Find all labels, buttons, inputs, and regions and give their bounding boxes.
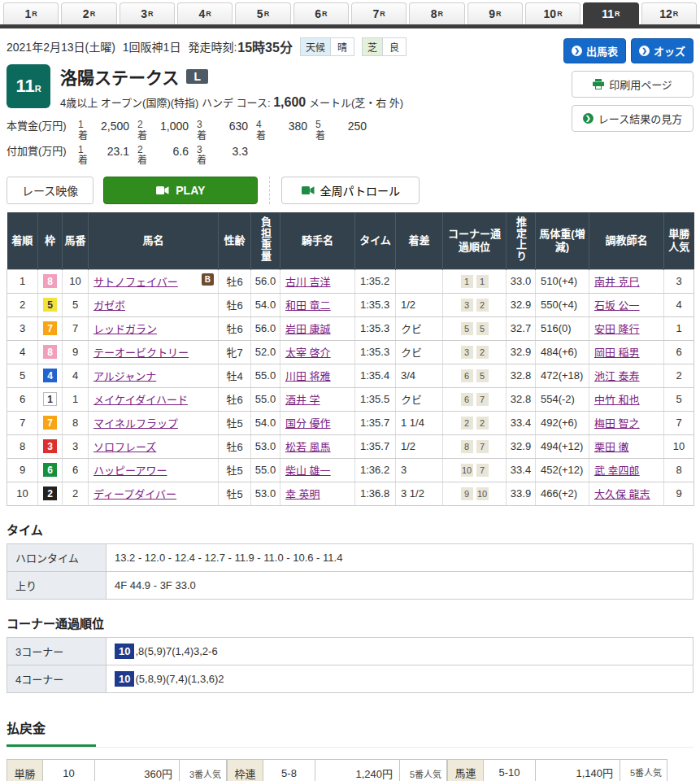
cell-sex-age: 牡6 [219, 316, 251, 340]
tab-5r[interactable]: 5R [235, 2, 290, 24]
corner-row: 4コーナー10(5,8,9)(7,4)(1,3,6)2 [7, 665, 693, 692]
trainer-link[interactable]: 安田 隆行 [594, 323, 640, 335]
payout-row: 単勝10360円3番人気 [7, 759, 227, 781]
cell-horse: メイケイダイハード [89, 387, 219, 411]
cell-horse-weight: 510(+4) [536, 269, 589, 293]
tab-12r[interactable]: 12R [641, 2, 697, 24]
jockey-link[interactable]: 柴山 雄一 [285, 465, 331, 477]
horse-link[interactable]: ハッピーアワー [93, 465, 167, 477]
trainer-link[interactable]: 梅田 智之 [594, 417, 640, 430]
tab-2r[interactable]: 2R [61, 2, 116, 24]
payout-table-wakuren-wide: 枠連5-81,240円5番人気ワイド5-10370円5番人気7-10180円1番… [227, 759, 447, 781]
cell-favorite: 7 [664, 411, 694, 434]
jockey-link[interactable]: 古川 吉洋 [285, 276, 331, 288]
cell-trainer: 池江 泰寿 [589, 364, 664, 387]
tab-1r[interactable]: 1R [3, 2, 59, 24]
cell-load: 52.0 [251, 340, 280, 364]
print-button[interactable]: 印刷用ページ [572, 71, 693, 98]
tab-number: 6 [315, 7, 321, 20]
result-row: 966ハッピーアワー牡555.0柴山 雄一1:36.2310733.4452(+… [7, 458, 694, 482]
tab-r-suffix: R [496, 10, 502, 18]
cell-corners: 32 [443, 340, 507, 364]
tab-4r[interactable]: 4R [177, 2, 233, 24]
jockey-link[interactable]: 国分 優作 [285, 417, 331, 430]
corner-position-badge: 2 [461, 417, 473, 430]
result-row: 255ガゼボ牡654.0和田 竜二1:35.31/23232.9550(+4)石… [7, 293, 694, 316]
trainer-link[interactable]: 石坂 公一 [594, 299, 640, 312]
cell-corners: 65 [443, 364, 507, 387]
video-row: レース映像 PLAY 全周パトロール [7, 177, 563, 204]
corner-heading: コーナー通過順位 [7, 614, 693, 631]
trainer-link[interactable]: 栗田 徹 [594, 441, 629, 453]
tab-6r[interactable]: 6R [293, 2, 349, 24]
corner-position-badge: 6 [461, 369, 473, 382]
patrol-button[interactable]: 全周パトロール [281, 177, 420, 204]
start-time-value: 15時35分 [237, 37, 293, 56]
cell-sex-age: 牡6 [219, 293, 251, 316]
odds-button[interactable]: ❯ オッズ [631, 38, 693, 63]
cell-last3f: 32.9 [507, 434, 536, 458]
cell-load: 54.0 [251, 293, 280, 316]
jockey-link[interactable]: 松若 風馬 [285, 441, 331, 453]
tab-11r[interactable]: 11R [583, 2, 638, 24]
horse-link[interactable]: メイケイダイハード [93, 394, 188, 406]
trainer-link[interactable]: 武 幸四郎 [594, 465, 640, 477]
payout-heading-wrap: 払戻金 [7, 718, 693, 748]
prize-rank: 3着 [197, 145, 211, 168]
jockey-link[interactable]: 太宰 啓介 [285, 347, 331, 359]
jockey-link[interactable]: 川田 将雅 [285, 370, 331, 382]
prize-section: 本賞金(万円) 1着2,5002着1,0003着6304着3805着250 付加… [7, 120, 563, 167]
trainer-link[interactable]: 大久保 龍志 [594, 488, 650, 500]
horse-link[interactable]: ガゼボ [93, 299, 125, 312]
tab-9r[interactable]: 9R [467, 2, 523, 24]
tab-8r[interactable]: 8R [409, 2, 464, 24]
cell-margin: クビ [396, 316, 443, 340]
horse-link[interactable]: ソロフレーズ [93, 441, 156, 453]
cell-favorite: 8 [664, 458, 694, 482]
shutsuba-button[interactable]: ❯ 出馬表 [563, 38, 626, 63]
jockey-link[interactable]: 岩田 康誠 [285, 323, 331, 335]
cell-jockey: 国分 優作 [280, 411, 355, 434]
tab-7r[interactable]: 7R [351, 2, 407, 24]
play-button[interactable]: PLAY [103, 177, 258, 204]
tab-3r[interactable]: 3R [120, 2, 175, 24]
trainer-link[interactable]: 池江 泰寿 [594, 370, 640, 382]
race-conditions: 4歳以上 オープン(国際)(特指) ハンデ コース: 1,600 メートル(芝・… [60, 94, 403, 110]
horse-link[interactable]: マイネルフラップ [93, 417, 178, 430]
horse-link[interactable]: サトノフェイバー [93, 276, 178, 288]
corner-table: 3コーナー10,8(5,9)7(1,4)3,2-64コーナー10(5,8,9)(… [7, 637, 693, 693]
cell-load: 54.0 [251, 411, 280, 434]
cell-horse: アルジャンナ [89, 364, 219, 387]
prize-value: 2,500 [92, 120, 137, 142]
tab-10r[interactable]: 10R [525, 2, 580, 24]
cell-time: 1:35.3 [355, 293, 396, 316]
cell-number: 5 [63, 293, 89, 316]
horse-link[interactable]: レッドガラン [93, 323, 157, 335]
tab-number: 9 [489, 7, 495, 20]
guide-button[interactable]: ❯ レース結果の見方 [572, 105, 693, 132]
payout-type: 枠連 [228, 759, 263, 781]
payout-popularity: 5番人気 [400, 759, 447, 781]
col-header-horse-weight: 馬体重(増減) [536, 212, 589, 269]
meeting-info: 1回阪神1日 [123, 38, 181, 55]
cell-horse-weight: 472(+18) [536, 364, 589, 387]
horse-link[interactable]: アルジャンナ [93, 370, 156, 382]
jockey-link[interactable]: 酒井 学 [285, 394, 320, 406]
divider [269, 177, 270, 204]
trainer-link[interactable]: 中竹 和也 [594, 394, 640, 406]
horse-link[interactable]: テーオービクトリー [93, 347, 189, 359]
cell-margin: 1 1/4 [396, 411, 443, 434]
horse-link[interactable]: ディープダイバー [93, 488, 176, 500]
result-row: 778マイネルフラップ牡554.0国分 優作1:35.71 1/42233.44… [7, 411, 694, 434]
cell-last3f: 32.9 [507, 340, 536, 364]
jockey-link[interactable]: 和田 竜二 [285, 299, 331, 312]
jockey-link[interactable]: 幸 英明 [285, 488, 320, 500]
race-number-badge: 11R [7, 64, 50, 108]
corner-position-badge: 5 [476, 369, 489, 382]
frame-badge: 6 [43, 463, 57, 477]
result-row: 833ソロフレーズ牡653.0松若 風馬1:35.71/28732.9494(+… [7, 434, 694, 458]
guide-label: レース結果の見方 [598, 111, 682, 126]
trainer-link[interactable]: 南井 克巳 [594, 276, 640, 288]
cell-number: 10 [63, 269, 89, 293]
trainer-link[interactable]: 岡田 稲男 [594, 347, 640, 359]
